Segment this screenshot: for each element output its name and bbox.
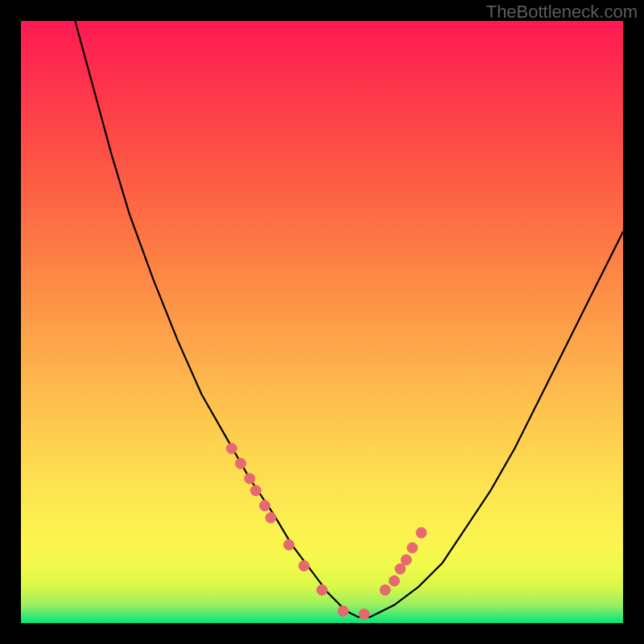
data-point — [283, 539, 294, 550]
data-point — [416, 527, 427, 538]
watermark-text: TheBottleneck.com — [486, 2, 638, 23]
data-point — [380, 584, 390, 595]
data-point — [299, 560, 309, 571]
data-point — [259, 501, 270, 511]
data-point — [245, 473, 255, 484]
data-point — [338, 606, 349, 617]
data-point — [401, 555, 411, 565]
data-point — [395, 564, 406, 574]
svg-rect-0 — [21, 21, 623, 623]
data-point — [250, 485, 261, 496]
data-point — [407, 543, 418, 553]
data-point — [266, 513, 276, 523]
data-point — [389, 576, 399, 586]
outer-frame: TheBottleneck.com — [0, 0, 644, 644]
data-point — [359, 609, 369, 619]
data-point — [317, 584, 328, 595]
chart-canvas — [21, 21, 623, 623]
data-point — [236, 458, 246, 469]
data-point — [226, 444, 237, 454]
bottleneck-chart — [21, 21, 623, 623]
